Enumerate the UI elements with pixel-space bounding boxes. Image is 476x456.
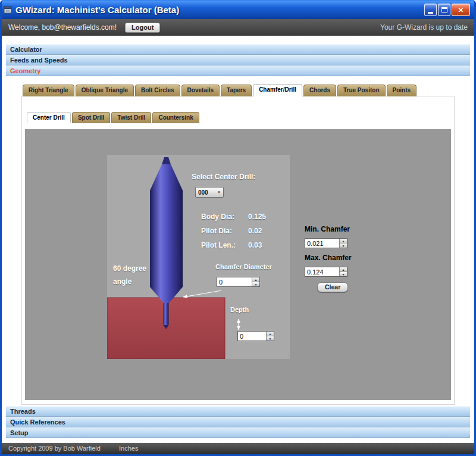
window-title: GWizard: Machinist's Calculator (Beta) bbox=[15, 5, 179, 15]
stepper-down-button[interactable]: ▼ bbox=[252, 282, 259, 286]
stepper-down-icon: ▼ bbox=[342, 273, 345, 276]
pilot-len-value: 0.03 bbox=[248, 241, 262, 249]
close-button[interactable]: × bbox=[452, 4, 470, 16]
angle-label-line1: 60 degree bbox=[113, 264, 146, 273]
chamfer-diameter-stepper-buttons: ▲ ▼ bbox=[252, 277, 259, 286]
stepper-up-button[interactable]: ▲ bbox=[340, 267, 347, 271]
maximize-button[interactable] bbox=[438, 4, 450, 16]
pilot-dia-label: Pilot Dia: bbox=[201, 227, 232, 235]
tab-true-position[interactable]: True Positon bbox=[337, 85, 386, 96]
subtab-center-drill[interactable]: Center Drill bbox=[27, 112, 71, 123]
body-dia-value: 0.125 bbox=[248, 213, 266, 221]
stepper-up-button[interactable]: ▲ bbox=[252, 277, 259, 282]
stepper-down-button[interactable]: ▼ bbox=[267, 336, 274, 341]
center-drill-illustration: Select Center Drill: 000 ▼ Body Dia: 0.1… bbox=[107, 155, 290, 359]
copyright-text: Copyright 2009 by Bob Warfield bbox=[8, 445, 101, 452]
stepper-up-icon: ▲ bbox=[269, 332, 272, 336]
subtab-countersink[interactable]: Countersink bbox=[152, 112, 199, 123]
depth-stepper-buttons: ▲ ▼ bbox=[266, 332, 274, 341]
stepper-down-icon: ▼ bbox=[255, 283, 258, 286]
stepper-up-button[interactable]: ▲ bbox=[340, 239, 347, 243]
tab-tapers[interactable]: Tapers bbox=[221, 85, 252, 96]
titlebar: GWizard: Machinist's Calculator (Beta) × bbox=[0, 0, 476, 19]
max-chamfer-input[interactable] bbox=[305, 267, 339, 276]
drill-subtab-bar: Center Drill Spot Drill Twist Drill Coun… bbox=[27, 112, 199, 123]
update-status-text: Your G-Wizard is up to date bbox=[380, 23, 468, 32]
center-drill-workarea: Select Center Drill: 000 ▼ Body Dia: 0.1… bbox=[25, 129, 451, 400]
window-controls: × bbox=[424, 4, 470, 16]
stepper-down-button[interactable]: ▼ bbox=[340, 243, 347, 248]
depth-stepper: ▲ ▼ bbox=[237, 331, 274, 341]
accordion-calculator[interactable]: Calculator bbox=[6, 44, 470, 55]
stepper-down-button[interactable]: ▼ bbox=[340, 271, 347, 276]
app-window: GWizard: Machinist's Calculator (Beta) ×… bbox=[0, 0, 476, 456]
minimize-icon bbox=[428, 12, 433, 14]
accordion-threads[interactable]: Threads bbox=[6, 406, 470, 417]
center-drill-size-value: 000 bbox=[198, 189, 208, 196]
app-icon bbox=[4, 5, 12, 14]
accordion-geometry[interactable]: Geometry bbox=[6, 65, 470, 76]
min-chamfer-stepper-buttons: ▲ ▼ bbox=[339, 239, 347, 248]
stepper-down-icon: ▼ bbox=[342, 244, 345, 248]
stepper-up-icon: ▲ bbox=[255, 278, 258, 282]
chamfer-pointer-arrow bbox=[183, 291, 221, 297]
chamfer-diameter-label: Chamfer Diameter bbox=[215, 263, 272, 270]
body-dia-label: Body Dia: bbox=[201, 213, 234, 221]
tab-dovetails[interactable]: Dovetails bbox=[181, 85, 220, 96]
tab-points[interactable]: Points bbox=[387, 85, 417, 96]
max-chamfer-label: Max. Chamfer bbox=[305, 254, 352, 262]
tab-chamfer-drill[interactable]: Chamfer/Drill bbox=[253, 84, 302, 96]
min-chamfer-stepper: ▲ ▼ bbox=[305, 238, 347, 248]
chamfer-drill-panel: Center Drill Spot Drill Twist Drill Coun… bbox=[21, 96, 455, 405]
geometry-tab-bar: Right Triangle Oblique Triangle Bolt Cir… bbox=[23, 84, 416, 96]
stepper-up-icon: ▲ bbox=[342, 268, 345, 271]
logout-button[interactable]: Logout bbox=[125, 23, 160, 33]
clear-button[interactable]: Clear bbox=[317, 282, 348, 292]
maximize-icon bbox=[441, 7, 447, 13]
min-chamfer-label: Min. Chamfer bbox=[305, 225, 350, 233]
app-header: Welcome, bob@thewarfields.com! Logout Yo… bbox=[2, 19, 474, 36]
minimize-button[interactable] bbox=[424, 4, 437, 16]
depth-input[interactable] bbox=[238, 332, 266, 341]
close-icon: × bbox=[458, 5, 464, 14]
stepper-down-icon: ▼ bbox=[269, 337, 272, 341]
center-drill-size-select[interactable]: 000 ▼ bbox=[195, 187, 224, 198]
tab-bolt-circles[interactable]: Bolt Circles bbox=[135, 85, 180, 96]
accordion-feeds-and-speeds[interactable]: Feeds and Speeds bbox=[6, 55, 470, 65]
pilot-len-label: Pilot Len.: bbox=[201, 241, 236, 249]
chamfer-diameter-input[interactable] bbox=[217, 277, 252, 286]
max-chamfer-stepper-buttons: ▲ ▼ bbox=[339, 267, 347, 276]
tab-chords[interactable]: Chords bbox=[303, 85, 336, 96]
select-center-drill-label: Select Center Drill: bbox=[192, 173, 255, 181]
min-chamfer-input[interactable] bbox=[305, 239, 339, 248]
tab-right-triangle[interactable]: Right Triangle bbox=[23, 85, 74, 96]
chevron-down-icon: ▼ bbox=[217, 190, 221, 194]
drill-diagram-graphic bbox=[107, 155, 290, 359]
depth-label: Depth bbox=[230, 306, 249, 313]
chamfer-diameter-stepper: ▲ ▼ bbox=[217, 277, 260, 287]
stepper-up-button[interactable]: ▲ bbox=[267, 332, 274, 336]
max-chamfer-stepper: ▲ ▼ bbox=[305, 267, 347, 277]
welcome-text: Welcome, bob@thewarfields.com! bbox=[8, 23, 117, 32]
angle-label-line2: angle bbox=[113, 277, 131, 286]
pilot-dia-value: 0.02 bbox=[248, 227, 262, 235]
status-footer: Copyright 2009 by Bob Warfield Inches bbox=[2, 443, 474, 454]
stepper-up-icon: ▲ bbox=[342, 239, 345, 243]
tab-oblique-triangle[interactable]: Oblique Triangle bbox=[76, 85, 134, 96]
subtab-spot-drill[interactable]: Spot Drill bbox=[72, 112, 110, 123]
accordion-quick-references[interactable]: Quick References bbox=[6, 417, 470, 427]
subtab-twist-drill[interactable]: Twist Drill bbox=[111, 112, 151, 123]
units-indicator: Inches bbox=[119, 445, 138, 452]
accordion-setup[interactable]: Setup bbox=[6, 427, 470, 438]
